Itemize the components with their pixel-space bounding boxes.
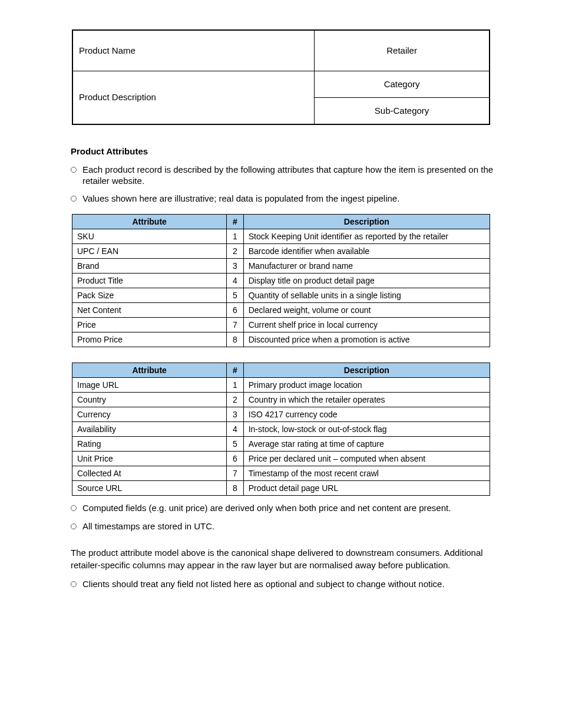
attributes-table-2: Attribute # Description Image URL1Primar… xyxy=(72,363,490,496)
attr-num: 4 xyxy=(227,274,243,288)
attr-desc: Product detail page URL xyxy=(243,481,490,496)
attr-name: Brand xyxy=(72,259,227,274)
attr-desc: Discounted price when a promotion is act… xyxy=(243,332,490,347)
attributes-table-1: Attribute # Description SKU1Stock Keepin… xyxy=(72,214,490,347)
attr-num: 3 xyxy=(227,407,243,422)
table-row: Country2Country in which the retailer op… xyxy=(72,393,490,407)
bullet-text: Computed fields (e.g. unit price) are de… xyxy=(82,503,503,514)
col-attr: Attribute xyxy=(72,215,227,229)
intro-bullets: Each product record is described by the … xyxy=(0,164,562,205)
attr-desc: Price per declared unit – computed when … xyxy=(243,452,490,466)
attr-num: 2 xyxy=(227,244,243,259)
col-desc: Description xyxy=(243,363,490,378)
attr-num: 6 xyxy=(227,303,243,318)
attr-num: 1 xyxy=(227,378,243,393)
bullet-item: Values shown here are illustrative; real… xyxy=(71,193,562,205)
product-desc-cell: Product Description xyxy=(72,71,315,125)
table-row: Price7Current shelf price in local curre… xyxy=(72,318,490,332)
table-row: Availability4In-stock, low-stock or out-… xyxy=(72,422,490,437)
table-row: Unit Price6Price per declared unit – com… xyxy=(72,452,490,466)
bullet-icon xyxy=(71,505,77,511)
attr-desc: ISO 4217 currency code xyxy=(243,407,490,422)
table-row: UPC / EAN2Barcode identifier when availa… xyxy=(72,244,490,259)
attr-name: Source URL xyxy=(72,481,227,496)
attr-name: SKU xyxy=(72,229,227,244)
table-row: Promo Price8Discounted price when a prom… xyxy=(72,332,490,347)
bullet-text: Clients should treat any field not liste… xyxy=(82,579,503,590)
attr-name: UPC / EAN xyxy=(72,244,227,259)
product-name-cell: Product Name xyxy=(72,30,315,71)
table-row: Pack Size5Quantity of sellable units in … xyxy=(72,288,490,303)
attr-desc: Country in which the retailer operates xyxy=(243,393,490,407)
attr-name: Collected At xyxy=(72,466,227,481)
attr-name: Price xyxy=(72,318,227,332)
bullet-text: All timestamps are stored in UTC. xyxy=(82,521,503,532)
table-row: SKU1Stock Keeping Unit identifier as rep… xyxy=(72,229,490,244)
bullet-text: Values shown here are illustrative; real… xyxy=(82,193,503,205)
attr-num: 4 xyxy=(227,422,243,437)
bullet-icon xyxy=(71,581,77,587)
table-row: Collected At7Timestamp of the most recen… xyxy=(72,466,490,481)
bullet-item: All timestamps are stored in UTC. xyxy=(71,521,562,532)
table-row: Rating5Average star rating at time of ca… xyxy=(72,437,490,452)
col-num: # xyxy=(227,363,243,378)
header-table: Product Name Retailer Product Descriptio… xyxy=(72,29,490,125)
body-paragraph: The product attribute model above is the… xyxy=(71,546,491,572)
attr-desc: Average star rating at time of capture xyxy=(243,437,490,452)
attr-desc: Current shelf price in local currency xyxy=(243,318,490,332)
bullet-item: Each product record is described by the … xyxy=(71,164,562,187)
attr-num: 1 xyxy=(227,229,243,244)
bullet-icon xyxy=(71,196,77,202)
attr-name: Promo Price xyxy=(72,332,227,347)
attr-desc: Timestamp of the most recent crawl xyxy=(243,466,490,481)
attr-name: Product Title xyxy=(72,274,227,288)
section-heading: Product Attributes xyxy=(71,146,562,157)
attr-num: 8 xyxy=(227,481,243,496)
attr-num: 5 xyxy=(227,437,243,452)
col-desc: Description xyxy=(243,215,490,229)
attr-name: Unit Price xyxy=(72,452,227,466)
attr-num: 2 xyxy=(227,393,243,407)
attr-desc: Quantity of sellable units in a single l… xyxy=(243,288,490,303)
table-row: Product Title4Display title on product d… xyxy=(72,274,490,288)
subcategory-cell: Sub-Category xyxy=(315,98,490,125)
col-attr: Attribute xyxy=(72,363,227,378)
category-cell: Category xyxy=(315,71,490,98)
attr-desc: Display title on product detail page xyxy=(243,274,490,288)
retailer-cell: Retailer xyxy=(315,30,490,71)
attr-num: 5 xyxy=(227,288,243,303)
col-num: # xyxy=(227,215,243,229)
notes-bullets: Computed fields (e.g. unit price) are de… xyxy=(0,503,562,532)
bullet-icon xyxy=(71,523,77,529)
table-row: Image URL1Primary product image location xyxy=(72,378,490,393)
table-row: Source URL8Product detail page URL xyxy=(72,481,490,496)
attr-desc: Stock Keeping Unit identifier as reporte… xyxy=(243,229,490,244)
attr-desc: Declared weight, volume or count xyxy=(243,303,490,318)
attr-name: Pack Size xyxy=(72,288,227,303)
attr-desc: In-stock, low-stock or out-of-stock flag xyxy=(243,422,490,437)
attr-name: Country xyxy=(72,393,227,407)
attr-num: 6 xyxy=(227,452,243,466)
bullet-item: Computed fields (e.g. unit price) are de… xyxy=(71,503,562,514)
attr-name: Rating xyxy=(72,437,227,452)
table-row: Brand3Manufacturer or brand name xyxy=(72,259,490,274)
attr-name: Availability xyxy=(72,422,227,437)
bullet-text: Each product record is described by the … xyxy=(82,164,503,187)
attr-name: Currency xyxy=(72,407,227,422)
attr-num: 8 xyxy=(227,332,243,347)
attr-desc: Manufacturer or brand name xyxy=(243,259,490,274)
attr-desc: Barcode identifier when available xyxy=(243,244,490,259)
attr-name: Image URL xyxy=(72,378,227,393)
table-row: Currency3ISO 4217 currency code xyxy=(72,407,490,422)
final-bullets: Clients should treat any field not liste… xyxy=(0,579,562,590)
attr-num: 7 xyxy=(227,466,243,481)
attr-num: 3 xyxy=(227,259,243,274)
bullet-icon xyxy=(71,167,77,173)
attr-desc: Primary product image location xyxy=(243,378,490,393)
attr-num: 7 xyxy=(227,318,243,332)
bullet-item: Clients should treat any field not liste… xyxy=(71,579,562,590)
attr-name: Net Content xyxy=(72,303,227,318)
table-row: Net Content6Declared weight, volume or c… xyxy=(72,303,490,318)
